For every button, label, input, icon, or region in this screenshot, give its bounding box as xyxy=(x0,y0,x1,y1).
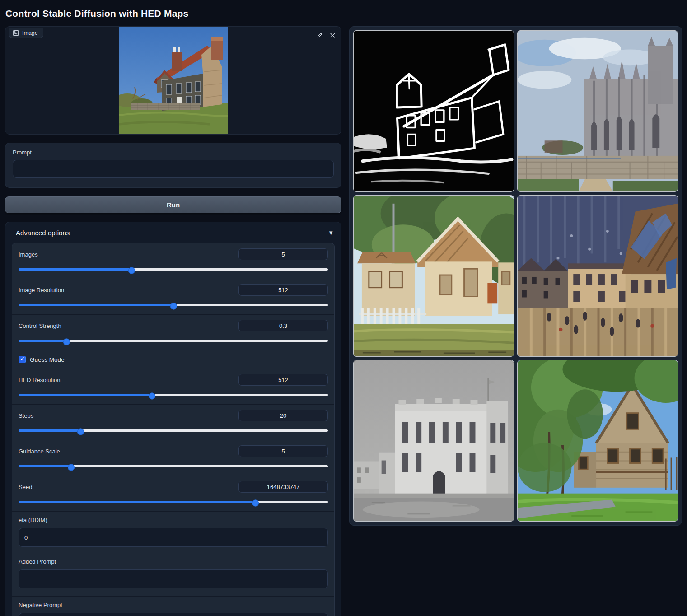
gallery-item-grayscale-building[interactable] xyxy=(353,360,514,522)
image-toolbar xyxy=(315,30,337,40)
eta-input[interactable] xyxy=(19,528,328,547)
gallery-item-hed-map[interactable] xyxy=(353,30,514,192)
images-value-input[interactable] xyxy=(238,248,328,260)
image-resolution-slider[interactable] xyxy=(19,302,328,308)
guess-mode-label: Guess Mode xyxy=(30,356,65,363)
control-strength-slider[interactable] xyxy=(19,337,328,344)
images-label: Images xyxy=(19,251,38,258)
added-prompt-label: Added Prompt xyxy=(19,558,328,565)
edit-image-button[interactable] xyxy=(315,30,325,40)
guidance-scale-slider-handle[interactable] xyxy=(68,464,75,471)
page-title: Control Stable Diffusion with HED Maps xyxy=(5,8,682,19)
rainy-painting-image xyxy=(518,196,678,356)
hed-resolution-slider-handle[interactable] xyxy=(149,393,155,400)
control-strength-value-input[interactable] xyxy=(238,320,328,331)
slider-row-image-resolution: Image Resolution xyxy=(12,279,334,315)
main-layout: Image xyxy=(5,26,682,616)
controls-column: Image xyxy=(5,26,341,616)
advanced-options-accordion: Advanced options ▼ Images xyxy=(5,222,341,616)
steps-label: Steps xyxy=(19,412,33,419)
negative-prompt-row: Negative Prompt xyxy=(12,597,334,616)
close-icon xyxy=(330,33,336,38)
steps-slider-handle[interactable] xyxy=(77,429,84,435)
seed-value-input[interactable] xyxy=(238,481,328,493)
slider-row-seed: Seed xyxy=(12,476,334,512)
guidance-scale-slider[interactable] xyxy=(19,463,328,470)
slider-row-guidance-scale: Guidance Scale xyxy=(12,440,334,476)
prompt-input[interactable] xyxy=(13,160,334,178)
clear-image-button[interactable] xyxy=(327,30,337,40)
guess-mode-row: Guess Mode xyxy=(12,350,334,369)
hed-resolution-label: HED Resolution xyxy=(19,377,61,383)
pencil-icon xyxy=(317,32,323,38)
stone-house-image xyxy=(518,360,678,521)
seed-slider-handle[interactable] xyxy=(252,500,259,507)
seed-slider[interactable] xyxy=(19,499,328,505)
prompt-block: Prompt xyxy=(5,143,341,188)
steps-slider[interactable] xyxy=(19,427,328,434)
gallery-item-cathedral[interactable] xyxy=(517,30,678,192)
seed-label: Seed xyxy=(19,484,32,490)
app-window: Control Stable Diffusion with HED Maps I… xyxy=(0,0,687,616)
cottage-image xyxy=(354,196,514,356)
advanced-options-header[interactable]: Advanced options ▼ xyxy=(12,228,335,237)
hed-resolution-value-input[interactable] xyxy=(238,374,328,386)
image-resolution-label: Image Resolution xyxy=(19,287,64,294)
advanced-options-title: Advanced options xyxy=(16,229,70,237)
cathedral-image xyxy=(518,31,678,191)
prompt-label: Prompt xyxy=(13,149,334,156)
image-resolution-slider-handle[interactable] xyxy=(170,303,177,310)
image-icon xyxy=(13,30,19,36)
image-component-label: Image xyxy=(9,28,43,38)
result-gallery xyxy=(349,26,682,526)
slider-row-steps: Steps xyxy=(12,405,334,440)
steps-value-input[interactable] xyxy=(238,410,328,421)
guess-mode-checkbox[interactable] xyxy=(19,356,26,363)
slider-row-hed-resolution: HED Resolution xyxy=(12,369,334,405)
advanced-options-form: Images Image Resolution xyxy=(12,243,335,616)
gallery-item-stone-house[interactable] xyxy=(517,360,678,522)
control-strength-label: Control Strength xyxy=(19,322,61,329)
house-photo xyxy=(119,27,228,134)
grayscale-building-image xyxy=(354,360,514,521)
hed-resolution-slider[interactable] xyxy=(19,392,328,398)
image-resolution-value-input[interactable] xyxy=(238,284,328,296)
hed-map-image xyxy=(354,31,514,191)
eta-label: eta (DDIM) xyxy=(19,517,328,523)
run-button[interactable]: Run xyxy=(5,196,341,213)
control-strength-slider-handle[interactable] xyxy=(63,339,70,345)
output-column xyxy=(349,26,682,526)
slider-row-images: Images xyxy=(12,243,334,279)
negative-prompt-label: Negative Prompt xyxy=(19,602,328,608)
gallery-item-rainy-painting[interactable] xyxy=(517,195,678,357)
added-prompt-row: Added Prompt xyxy=(12,553,334,597)
images-slider-handle[interactable] xyxy=(128,267,135,274)
added-prompt-input[interactable] xyxy=(19,569,328,588)
eta-row: eta (DDIM) xyxy=(12,512,334,553)
chevron-down-icon: ▼ xyxy=(328,229,334,236)
guidance-scale-label: Guidance Scale xyxy=(19,448,60,455)
image-upload-area[interactable]: Image xyxy=(5,26,341,135)
guidance-scale-value-input[interactable] xyxy=(238,445,328,457)
slider-row-control-strength: Control Strength xyxy=(12,315,334,350)
gallery-item-cottage[interactable] xyxy=(353,195,514,357)
negative-prompt-input[interactable] xyxy=(19,613,328,616)
images-slider[interactable] xyxy=(19,266,328,273)
uploaded-image xyxy=(119,27,228,134)
